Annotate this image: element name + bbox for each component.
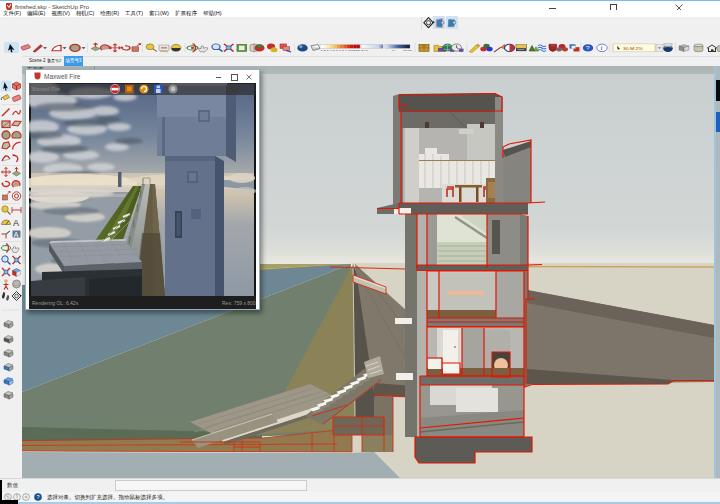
svg-text:24.0: 24.0 xyxy=(361,49,368,52)
svg-text:i: i xyxy=(601,45,603,51)
svg-text:A: A xyxy=(14,231,19,238)
svg-text:Rendering OL: 6.42s: Rendering OL: 6.42s xyxy=(32,300,79,306)
svg-text:10.08: 10.08 xyxy=(403,49,412,52)
svg-text:1 2 3 4 5 6 7 8 9 101112: 1 2 3 4 5 6 7 8 9 101112 xyxy=(321,49,360,52)
svg-text:Res: 759 x 800: Res: 759 x 800 xyxy=(222,300,256,306)
svg-text:?: ? xyxy=(586,45,591,51)
svg-text:30.M.2%: 30.M.2% xyxy=(623,46,643,50)
svg-text:A: A xyxy=(13,218,19,228)
svg-text:Maxwell Fire: Maxwell Fire xyxy=(32,86,60,92)
svg-text:?: ? xyxy=(36,494,39,500)
svg-text:0+: 0+ xyxy=(392,49,396,52)
